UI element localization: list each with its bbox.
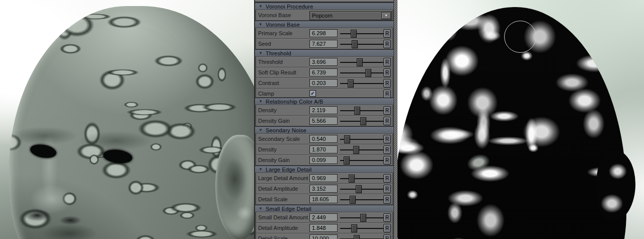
collapse-arrow-icon[interactable]: ▼ xyxy=(259,98,266,105)
slider-track[interactable] xyxy=(340,199,384,200)
slider-track[interactable] xyxy=(340,83,384,84)
slider-handle[interactable] xyxy=(350,196,356,204)
slider-track[interactable] xyxy=(340,139,384,140)
section-header-relationship-color-a-b[interactable]: ▼Relationship Color A/B xyxy=(255,98,393,105)
reset-button[interactable]: R xyxy=(383,195,391,204)
section-rows: Primary Scale6.298RSeed7.627R xyxy=(255,28,393,49)
reset-button[interactable]: R xyxy=(383,213,391,222)
collapse-arrow-icon[interactable]: ▼ xyxy=(259,205,266,212)
value-field[interactable]: 2.449 xyxy=(309,213,338,221)
section-header-seondary-noise[interactable]: ▼Seondary Noise xyxy=(255,126,393,133)
param-row-large-detail-amount: Large Detail Amount0.969R xyxy=(256,173,392,183)
param-label: Density xyxy=(258,107,277,113)
slider-track[interactable] xyxy=(340,228,384,229)
slider-handle[interactable] xyxy=(351,30,357,38)
value-field[interactable]: 0.203 xyxy=(309,79,338,87)
slider-handle[interactable] xyxy=(356,185,362,193)
checkbox[interactable]: ✓ xyxy=(309,90,316,97)
value-field[interactable]: 18.605 xyxy=(309,195,338,203)
slider-handle[interactable] xyxy=(349,175,355,183)
slider-handle[interactable] xyxy=(344,135,350,143)
slider-handle[interactable] xyxy=(365,69,371,77)
reset-button[interactable]: R xyxy=(383,224,391,232)
value-field[interactable]: 3.152 xyxy=(309,185,338,193)
reset-button[interactable]: R xyxy=(383,106,391,115)
section-title: Voronoi Base xyxy=(266,22,300,28)
collapse-arrow-icon[interactable]: ▼ xyxy=(259,127,266,133)
reset-button[interactable]: R xyxy=(383,145,391,154)
value-field[interactable]: 2.119 xyxy=(309,106,338,114)
slider-handle[interactable] xyxy=(353,146,359,154)
slider-track[interactable] xyxy=(340,110,384,111)
slider-track[interactable] xyxy=(340,33,384,34)
reset-button[interactable]: R xyxy=(383,174,391,183)
value-field[interactable]: 0.969 xyxy=(309,174,338,182)
collapse-arrow-icon[interactable]: ▼ xyxy=(259,3,266,10)
slider-track[interactable] xyxy=(340,121,384,122)
param-label: Seed xyxy=(258,41,271,47)
value-field[interactable]: 6.739 xyxy=(309,68,338,76)
reset-button[interactable]: R xyxy=(383,90,391,98)
slider-handle[interactable] xyxy=(354,107,360,115)
reset-button[interactable]: R xyxy=(383,79,391,88)
slider-track[interactable] xyxy=(340,72,384,73)
section-title: Relationship Color A/B xyxy=(266,99,323,105)
value-field[interactable]: 1.848 xyxy=(309,224,338,232)
panel-scrollbar[interactable] xyxy=(393,0,397,239)
slider-handle[interactable] xyxy=(354,235,360,239)
slider-handle[interactable] xyxy=(351,224,357,232)
slider-track[interactable] xyxy=(340,217,384,218)
dropdown[interactable]: Popcorn▼ xyxy=(309,11,392,20)
slider-track[interactable] xyxy=(340,178,384,179)
collapse-arrow-icon[interactable]: ▼ xyxy=(259,166,266,173)
section-rows: Voronoi BasePopcorn▼ xyxy=(255,10,393,20)
slider-handle[interactable] xyxy=(360,117,366,125)
section-title: Threshold xyxy=(266,50,291,56)
reset-button[interactable]: R xyxy=(383,156,391,165)
value-field[interactable]: 0.099 xyxy=(309,156,338,164)
value-field[interactable]: 7.627 xyxy=(309,40,338,48)
collapse-arrow-icon[interactable]: ▼ xyxy=(259,21,266,28)
viewport-texture-preview[interactable] xyxy=(397,0,644,239)
param-row-detail-amplitude: Detail Amplitude3.152R xyxy=(256,184,392,194)
section-rows: Small Detail Amount2.449RDetail Amplitud… xyxy=(255,212,393,239)
reset-button[interactable]: R xyxy=(383,135,391,143)
value-field[interactable]: 5.566 xyxy=(309,117,338,125)
param-label: Density Gain xyxy=(258,157,290,163)
value-field[interactable]: 10.000 xyxy=(309,234,338,239)
section-header-voronoi-base[interactable]: ▼Voronoi Base xyxy=(255,21,393,28)
dropdown-arrow-icon[interactable]: ▼ xyxy=(381,12,391,19)
reset-button[interactable]: R xyxy=(383,234,391,239)
collapse-arrow-icon[interactable]: ▼ xyxy=(259,50,266,56)
value-field[interactable]: 1.870 xyxy=(309,145,338,153)
slider-track[interactable] xyxy=(340,149,384,150)
slider-track[interactable] xyxy=(340,62,384,63)
param-label: Voronoi Base xyxy=(258,12,291,18)
value-field[interactable]: 0.540 xyxy=(309,135,338,143)
reset-button[interactable]: R xyxy=(383,40,391,48)
reset-button[interactable]: R xyxy=(383,117,391,125)
reset-button[interactable]: R xyxy=(383,58,391,66)
slider-handle[interactable] xyxy=(357,58,363,66)
slider-handle[interactable] xyxy=(360,214,366,222)
slider-handle[interactable] xyxy=(344,156,350,165)
value-field[interactable]: 3.696 xyxy=(309,58,338,66)
reset-button[interactable]: R xyxy=(383,68,391,77)
section-title: Seondary Noise xyxy=(266,127,306,133)
viewport-3d-shaded[interactable] xyxy=(0,0,254,239)
slider-track[interactable] xyxy=(340,189,384,190)
reset-button[interactable]: R xyxy=(383,185,391,193)
param-row-density-gain: Density Gain0.099R xyxy=(256,155,392,165)
section-header-large-edge-detail[interactable]: ▼Large Edge Detail xyxy=(255,166,393,173)
reset-button[interactable]: R xyxy=(383,29,391,38)
section-header-small-edge-detail[interactable]: ▼Small Edge Detail xyxy=(255,205,393,212)
slider-track[interactable] xyxy=(340,160,384,161)
section-header-voronoi-procedure[interactable]: ▼Voronoi Procedure xyxy=(255,3,393,10)
brush-circle-indicator xyxy=(504,21,536,53)
value-field[interactable]: 6.298 xyxy=(309,29,338,37)
slider-handle[interactable] xyxy=(352,40,358,48)
slider-handle[interactable] xyxy=(348,79,354,88)
param-label: Detail Amplitude xyxy=(258,186,298,192)
section-header-threshold[interactable]: ▼Threshold xyxy=(255,49,393,56)
slider-track[interactable] xyxy=(340,44,384,45)
